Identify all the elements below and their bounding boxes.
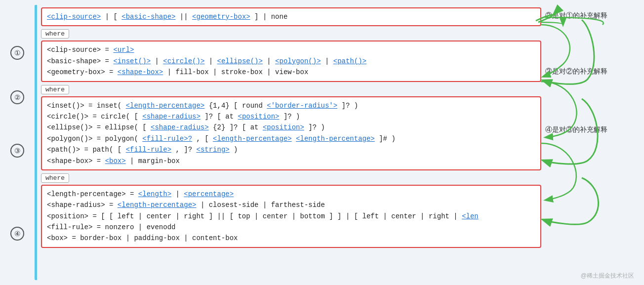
block1-wrapper: <clip-source> | [ <basic-shape> || <geom…	[41, 7, 541, 26]
block4-box: <length-percentage> = <length> | <percen…	[41, 185, 541, 248]
border-radius-link[interactable]: <'border-radius'>	[267, 102, 337, 110]
url-link[interactable]: <url>	[113, 46, 134, 54]
where-label-2: where	[41, 85, 69, 94]
block4-line5: <box> = border-box | padding-box | conte…	[47, 233, 535, 244]
block3-line3: <ellipse()> = ellipse( [ <shape-radius> …	[47, 122, 535, 133]
polygon-link[interactable]: <polygon()>	[275, 57, 321, 65]
block2-box: <clip-source> = <url> <basic-shape> = <i…	[41, 41, 541, 81]
circle-link[interactable]: <circle()>	[163, 57, 204, 65]
number-1: ①	[10, 46, 24, 60]
block2-wrapper: <clip-source> = <url> <basic-shape> = <i…	[41, 41, 541, 81]
block2-line1: <clip-source> = <url>	[47, 44, 535, 55]
path-link[interactable]: <path()>	[333, 57, 366, 65]
clip-source-link[interactable]: <clip-source>	[47, 13, 101, 21]
string-link[interactable]: <string>	[196, 146, 229, 154]
right-annotations: ②是对①的补充解释 ③是对②的补充解释 ④是对③的补充解释	[545, 5, 644, 280]
length-link[interactable]: <length>	[138, 190, 171, 198]
annotation-2: ③是对②的补充解释	[545, 67, 607, 76]
inset-link[interactable]: <inset()>	[113, 57, 151, 65]
left-numbers: ① ② ③ ④	[0, 5, 35, 280]
fill-rule-link-1[interactable]: <fill-rule>?	[142, 135, 192, 143]
block4-line4: <fill-rule> = nonzero | evenodd	[47, 222, 535, 233]
block4-line3: <position> = [ [ left | center | right ]…	[47, 211, 535, 222]
length-pct-link-3[interactable]: <length-percentage>	[296, 135, 375, 143]
annotation-3: ④是对③的补充解释	[545, 125, 607, 134]
block3-line6: <shape-box> = <box> | margin-box	[47, 156, 535, 166]
number-3: ③	[10, 144, 24, 158]
block4-wrapper: <length-percentage> = <length> | <percen…	[41, 185, 541, 248]
box-link[interactable]: <box>	[105, 157, 126, 165]
block2-line2: <basic-shape> = <inset()> | <circle()> |…	[47, 56, 535, 67]
number-4: ④	[10, 227, 24, 241]
block4-line1: <length-percentage> = <length> | <percen…	[47, 189, 535, 200]
basic-shape-link[interactable]: <basic-shape>	[121, 13, 175, 21]
fill-rule-link-2[interactable]: <fill-rule>	[126, 146, 171, 154]
position-link-2[interactable]: <position>	[263, 123, 304, 131]
block1-line1: <clip-source> | [ <basic-shape> || <geom…	[47, 13, 287, 21]
ellipse-link[interactable]: <ellipse()>	[217, 57, 263, 65]
length-pct-link-1[interactable]: <length-percentage>	[126, 102, 205, 110]
where-label-1: where	[41, 29, 69, 39]
block3-wrapper: <inset()> = inset( <length-percentage> {…	[41, 96, 541, 170]
length-pct-link-2[interactable]: <length-percentage>	[213, 135, 292, 143]
block3-line5: <path()> = path( [ <fill-rule> , ]? <str…	[47, 144, 535, 155]
block4-line2: <shape-radius> = <length-percentage> | c…	[47, 200, 535, 210]
annotation-1: ②是对①的补充解释	[545, 11, 607, 20]
block3-line1: <inset()> = inset( <length-percentage> {…	[47, 100, 535, 111]
block1-box: <clip-source> | [ <basic-shape> || <geom…	[41, 7, 541, 26]
len-link[interactable]: <len	[462, 212, 479, 220]
block3-line4: <polygon()> = polygon( <fill-rule>? , [ …	[47, 133, 535, 144]
block3-box: <inset()> = inset( <length-percentage> {…	[41, 96, 541, 170]
block2-line3: <geometry-box> = <shape-box> | fill-box …	[47, 67, 535, 78]
length-pct-link-4[interactable]: <length-percentage>	[118, 201, 197, 209]
shape-radius-link-2[interactable]: <shape-radius>	[151, 123, 209, 131]
watermark: @稀土掘金技术社区	[581, 272, 634, 280]
block3-line2: <circle()> = circle( [ <shape-radius> ]?…	[47, 111, 535, 122]
number-2: ②	[10, 90, 24, 104]
shape-box-link[interactable]: <shape-box>	[118, 68, 163, 76]
percentage-link[interactable]: <percentage>	[184, 190, 234, 198]
shape-radius-link-1[interactable]: <shape-radius>	[142, 113, 201, 121]
geometry-box-link[interactable]: <geometry-box>	[192, 13, 250, 21]
position-link-1[interactable]: <position>	[238, 113, 279, 121]
where-label-3: where	[41, 173, 69, 183]
